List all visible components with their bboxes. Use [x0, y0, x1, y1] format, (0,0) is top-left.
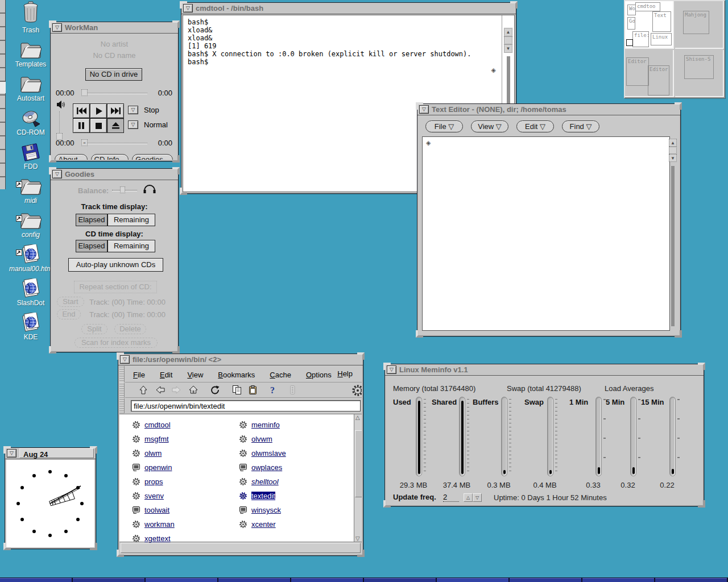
resize-corner[interactable]: [698, 500, 705, 508]
start-button[interactable]: Start: [57, 297, 84, 307]
menu-view[interactable]: View: [187, 371, 203, 379]
resize-corner[interactable]: [117, 352, 124, 360]
repeat-section-button[interactable]: Repeat section of CD:: [74, 281, 157, 293]
resize-corner[interactable]: [49, 346, 56, 354]
next-track-button[interactable]: [107, 103, 124, 118]
cd-status-button[interactable]: No CD in drive: [85, 68, 142, 81]
menu-bookmarks[interactable]: Bookmarks: [218, 371, 255, 379]
back-icon[interactable]: [155, 384, 166, 398]
locationbar-grip[interactable]: [119, 398, 125, 413]
desktop-icon-cd-rom[interactable]: CD-ROM: [9, 106, 52, 136]
resize-corner[interactable]: [90, 446, 97, 454]
goodies-button[interactable]: Goodies...: [132, 154, 173, 160]
cmdtool-titlebar[interactable]: ▽ cmdtool - /bin/bash: [181, 3, 516, 14]
desktop-icon-kde[interactable]: KDE: [9, 310, 52, 341]
delete-button[interactable]: Delete: [114, 324, 146, 334]
up-icon[interactable]: [138, 384, 149, 398]
paste-icon[interactable]: [247, 384, 258, 398]
file-item-toolwait[interactable]: toolwait: [132, 505, 169, 515]
menubar-grip[interactable]: [119, 366, 125, 383]
menu-help[interactable]: Help: [337, 369, 353, 378]
desktop-icon-autostart[interactable]: Autostart: [9, 72, 52, 102]
scroll-drag-box[interactable]: [669, 147, 677, 154]
menu-button-file[interactable]: File ▽: [425, 120, 463, 132]
pager-desktop-3[interactable]: EditorEditor: [625, 50, 674, 97]
copy-icon[interactable]: [231, 384, 242, 398]
resize-corner[interactable]: [172, 20, 180, 28]
gear-icon[interactable]: [351, 384, 362, 399]
goodies-titlebar[interactable]: ▽ Goodies: [51, 169, 178, 180]
resize-corner[interactable]: [49, 155, 56, 163]
track-slider-thumb[interactable]: [81, 89, 88, 96]
file-item-props[interactable]: props: [132, 476, 163, 487]
file-link-toolwait[interactable]: toolwait: [144, 506, 169, 514]
resize-corner[interactable]: [675, 102, 682, 110]
taskbar-segment[interactable]: [510, 578, 581, 582]
desktop-icon-templates[interactable]: Templates: [9, 38, 52, 68]
scroll-drag-box[interactable]: [504, 36, 512, 44]
file-link-svenv[interactable]: svenv: [144, 492, 164, 500]
file-link-winsysck[interactable]: winsysck: [251, 506, 281, 514]
taskbar-segment[interactable]: [73, 578, 144, 582]
file-item-svenv[interactable]: svenv: [132, 490, 164, 501]
file-item-textedit[interactable]: textedit: [239, 490, 275, 501]
scroll-down-arrow[interactable]: ▼: [669, 154, 677, 162]
spin-up-button[interactable]: △: [464, 493, 473, 502]
file-link-textedit[interactable]: textedit: [251, 492, 275, 500]
about-button[interactable]: About...: [55, 154, 88, 160]
resize-corner[interactable]: [383, 500, 391, 508]
scroll-down-arrow[interactable]: ▼: [504, 44, 512, 53]
file-link-props[interactable]: props: [144, 477, 163, 486]
desktop-icon-trash[interactable]: Trash: [9, 3, 52, 34]
taskbar-segment[interactable]: [146, 578, 217, 582]
scroll-down-arrow[interactable]: ▽: [355, 535, 360, 542]
resize-corner[interactable]: [383, 363, 391, 370]
file-list-scrollbar[interactable]: △ ▽: [354, 414, 362, 542]
scroll-thumb[interactable]: [355, 430, 362, 497]
track-position-slider[interactable]: [84, 93, 147, 94]
resize-corner[interactable]: [90, 543, 97, 550]
file-link-workman[interactable]: workman: [144, 520, 175, 529]
home-icon[interactable]: [188, 384, 199, 398]
location-input[interactable]: [131, 400, 361, 411]
resize-corner[interactable]: [172, 346, 180, 354]
desktop-icon-slashdot[interactable]: SlashDot: [9, 276, 52, 307]
file-item-meminfo[interactable]: meminfo: [239, 419, 280, 430]
file-item-owplaces[interactable]: owplaces: [239, 462, 282, 472]
texteditor-text-area[interactable]: ◈: [422, 136, 670, 331]
scan-index-button[interactable]: Scan for index marks: [75, 338, 158, 348]
update-freq-value[interactable]: 2: [443, 493, 459, 502]
play-mode-dropdown[interactable]: ▽: [128, 120, 138, 129]
scrollbar-cable[interactable]: [671, 166, 675, 326]
desktop-icon-fdd[interactable]: FDD: [9, 140, 52, 171]
file-link-xgettext[interactable]: xgettext: [144, 534, 171, 543]
pager-desktop-1[interactable]: WocmdtooTextGofile:Linux: [625, 1, 674, 49]
workman-titlebar[interactable]: ▽ WorkMan: [51, 22, 178, 34]
menu-edit[interactable]: Edit: [160, 371, 172, 379]
after-action-dropdown[interactable]: ▽: [128, 106, 138, 114]
autoplay-button[interactable]: Auto-play unknown CDs: [68, 258, 163, 272]
spin-down-button[interactable]: ▽: [473, 493, 482, 502]
scroll-up-arrow[interactable]: ▲: [504, 28, 512, 36]
previous-track-button[interactable]: [73, 103, 90, 118]
file-item-olwmslave[interactable]: olwmslave: [239, 448, 286, 458]
file-link-msgfmt[interactable]: msgfmt: [144, 435, 169, 443]
file-link-olwm[interactable]: olwm: [144, 449, 162, 458]
resize-corner[interactable]: [357, 352, 365, 360]
file-item-msgfmt[interactable]: msgfmt: [132, 434, 169, 444]
end-button[interactable]: End: [57, 309, 81, 319]
desktop-icon-manual00-html[interactable]: manual00.html: [9, 242, 52, 273]
taskbar-segment[interactable]: [218, 578, 290, 582]
resize-corner[interactable]: [675, 330, 682, 338]
file-item-xgettext[interactable]: xgettext: [132, 533, 171, 543]
file-link-meminfo[interactable]: meminfo: [251, 421, 280, 429]
file-item-workman[interactable]: workman: [132, 519, 175, 529]
stop-button[interactable]: [90, 118, 107, 133]
file-link-owplaces[interactable]: owplaces: [251, 463, 282, 472]
cd-remaining-button[interactable]: Remaining: [107, 240, 155, 252]
resize-corner[interactable]: [180, 188, 187, 195]
menu-button-edit[interactable]: Edit ▽: [516, 120, 554, 132]
cd-slider-thumb[interactable]: «: [81, 139, 88, 146]
texteditor-scrollbar[interactable]: ▲ ▼: [669, 136, 678, 331]
file-item-openwin[interactable]: openwin: [132, 462, 172, 472]
